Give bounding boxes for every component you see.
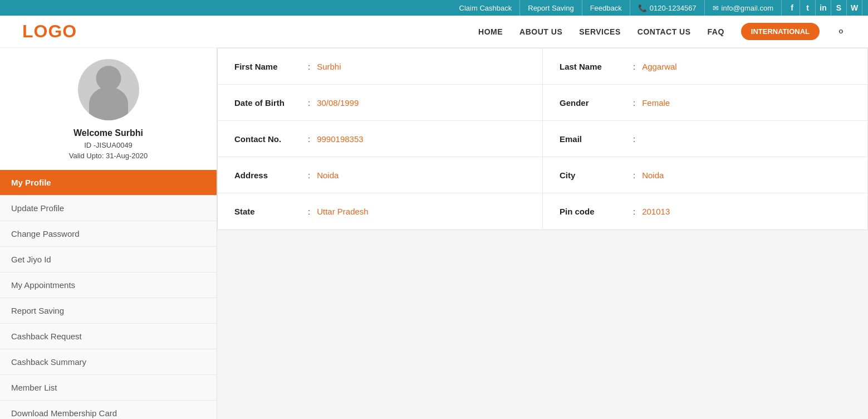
cell-last-name: Last Name : Aggarwal bbox=[543, 53, 867, 80]
profile-table: First Name : Surbhi Last Name : Aggarwal… bbox=[217, 48, 868, 230]
linkedin-icon[interactable]: in bbox=[816, 0, 831, 16]
welcome-text: Welcome Surbhi bbox=[73, 128, 143, 138]
feedback-btn[interactable]: Feedback bbox=[582, 0, 630, 16]
sidebar-item-get-jiyo-id[interactable]: Get Jiyo Id bbox=[0, 247, 217, 272]
colon-3: : bbox=[308, 98, 310, 108]
value-pincode: 201013 bbox=[642, 207, 670, 216]
profile-row-name: First Name : Surbhi Last Name : Aggarwal bbox=[218, 48, 867, 85]
facebook-icon[interactable]: f bbox=[784, 0, 800, 16]
cell-first-name: First Name : Surbhi bbox=[218, 53, 542, 80]
cell-city: City : Noida bbox=[543, 162, 867, 188]
colon-4: : bbox=[633, 98, 635, 108]
sidebar-item-update-profile[interactable]: Update Profile bbox=[0, 196, 217, 221]
sidebar-item-cashback-request[interactable]: Cashback Request bbox=[0, 324, 217, 349]
label-state: State bbox=[234, 207, 301, 216]
email-info: ✉ info@gmail.com bbox=[705, 0, 782, 16]
main-nav: HOME ABOUT US SERVICES CONTACT US FAQ IN… bbox=[478, 23, 846, 40]
value-last-name: Aggarwal bbox=[642, 62, 677, 71]
label-pincode: Pin code bbox=[560, 207, 626, 216]
label-address: Address bbox=[234, 170, 301, 180]
cell-dob: Date of Birth : 30/08/1999 bbox=[218, 90, 542, 116]
sidebar-item-download-membership-card[interactable]: Download Membership Card bbox=[0, 401, 217, 419]
label-first-name: First Name bbox=[234, 62, 301, 71]
value-contact: 9990198353 bbox=[317, 134, 363, 144]
cell-address: Address : Noida bbox=[218, 162, 542, 188]
valid-upto: Valid Upto: 31-Aug-2020 bbox=[69, 152, 148, 160]
report-saving-btn[interactable]: Report Saving bbox=[520, 0, 582, 16]
main-container: Welcome Surbhi ID -JISUA0049 Valid Upto:… bbox=[0, 48, 868, 419]
label-last-name: Last Name bbox=[560, 62, 626, 71]
sidebar-item-my-appointments[interactable]: My Appointments bbox=[0, 272, 217, 298]
label-email: Email bbox=[560, 134, 626, 144]
value-state: Uttar Pradesh bbox=[317, 207, 369, 216]
twitter-icon[interactable]: t bbox=[800, 0, 816, 16]
value-address: Noida bbox=[317, 170, 339, 180]
cell-contact: Contact No. : 9990198353 bbox=[218, 126, 542, 152]
colon-5: : bbox=[308, 134, 310, 144]
cell-state: State : Uttar Pradesh bbox=[218, 198, 542, 225]
logo: LOGO bbox=[22, 21, 77, 42]
nav-contact[interactable]: CONTACT US bbox=[637, 27, 691, 36]
label-dob: Date of Birth bbox=[234, 98, 301, 108]
sidebar-item-change-password[interactable]: Change Password bbox=[0, 221, 217, 247]
colon-10: : bbox=[633, 207, 635, 216]
profile-row-contact: Contact No. : 9990198353 Email : bbox=[218, 121, 867, 157]
wordpress-icon[interactable]: W bbox=[847, 0, 862, 16]
sidebar-menu: My Profile Update Profile Change Passwor… bbox=[0, 170, 217, 419]
phone-number: 0120-1234567 bbox=[650, 4, 697, 12]
colon-9: : bbox=[308, 207, 310, 216]
nav-home[interactable]: HOME bbox=[478, 27, 503, 36]
international-button[interactable]: INTERNATIONAL bbox=[741, 23, 820, 40]
nav-services[interactable]: SERVICES bbox=[579, 27, 621, 36]
label-gender: Gender bbox=[560, 98, 626, 108]
user-id: ID -JISUA0049 bbox=[84, 141, 133, 149]
sidebar-item-member-list[interactable]: Member List bbox=[0, 375, 217, 401]
colon-7: : bbox=[308, 170, 310, 180]
colon-6: : bbox=[633, 134, 635, 144]
header: LOGO HOME ABOUT US SERVICES CONTACT US F… bbox=[0, 16, 868, 48]
content-area: First Name : Surbhi Last Name : Aggarwal… bbox=[217, 48, 868, 419]
sidebar-item-report-saving[interactable]: Report Saving bbox=[0, 298, 217, 324]
nav-about[interactable]: ABOUT US bbox=[519, 27, 562, 36]
sidebar-item-my-profile[interactable]: My Profile bbox=[0, 170, 217, 196]
profile-row-state: State : Uttar Pradesh Pin code : 201013 bbox=[218, 193, 867, 230]
phone-icon: 📞 bbox=[638, 4, 647, 12]
avatar bbox=[78, 59, 139, 120]
profile-row-address: Address : Noida City : Noida bbox=[218, 157, 867, 193]
label-contact: Contact No. bbox=[234, 134, 301, 144]
claim-cashback-btn[interactable]: Claim Cashback bbox=[452, 0, 521, 16]
value-city: Noida bbox=[642, 170, 664, 180]
sidebar: Welcome Surbhi ID -JISUA0049 Valid Upto:… bbox=[0, 48, 217, 419]
top-bar: Claim Cashback Report Saving Feedback 📞 … bbox=[0, 0, 868, 16]
avatar-head bbox=[96, 66, 121, 91]
cell-gender: Gender : Female bbox=[543, 90, 867, 116]
phone-info: 📞 0120-1234567 bbox=[630, 0, 705, 16]
nav-faq[interactable]: FAQ bbox=[708, 27, 724, 36]
avatar-body bbox=[89, 87, 128, 120]
colon-1: : bbox=[308, 62, 310, 71]
value-first-name: Surbhi bbox=[317, 62, 341, 71]
colon-2: : bbox=[633, 62, 635, 71]
colon-8: : bbox=[633, 170, 635, 180]
value-gender: Female bbox=[642, 98, 670, 108]
email-icon: ✉ bbox=[713, 4, 719, 12]
label-city: City bbox=[560, 170, 626, 180]
email-address: info@gmail.com bbox=[722, 4, 773, 12]
cell-pincode: Pin code : 201013 bbox=[543, 198, 867, 225]
user-profile-icon[interactable]: ⚬ bbox=[836, 25, 846, 38]
profile-row-dob: Date of Birth : 30/08/1999 Gender : Fema… bbox=[218, 85, 867, 121]
cell-email: Email : bbox=[543, 126, 867, 152]
value-dob: 30/08/1999 bbox=[317, 98, 359, 108]
social-icons: f t in S W bbox=[784, 0, 862, 16]
sidebar-item-cashback-summary[interactable]: Cashback Summary bbox=[0, 349, 217, 375]
skype-icon[interactable]: S bbox=[831, 0, 847, 16]
